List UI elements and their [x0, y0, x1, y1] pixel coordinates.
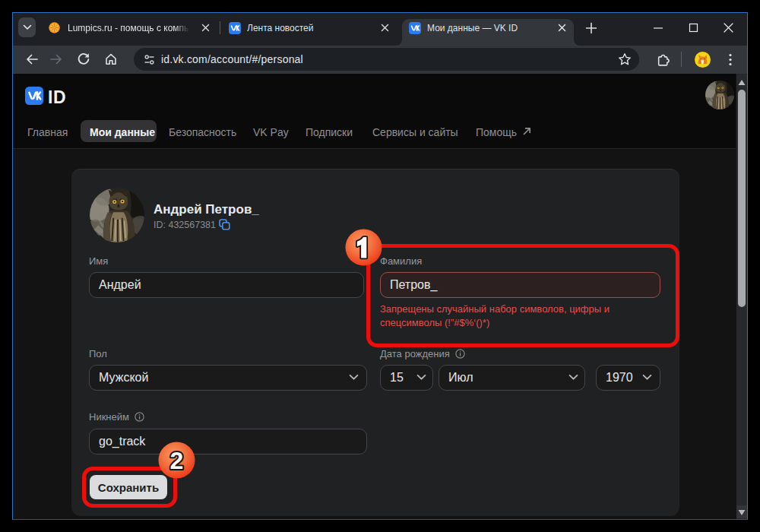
svg-text:2: 2: [170, 447, 184, 474]
